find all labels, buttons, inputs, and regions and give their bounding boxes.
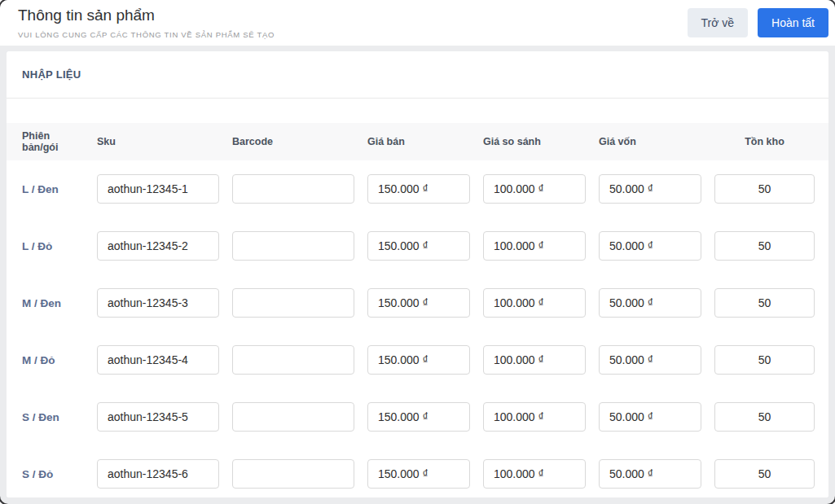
price-input[interactable] — [367, 174, 470, 204]
stock-input[interactable] — [714, 288, 815, 318]
variant-label: L / Đen — [22, 183, 84, 195]
page-subtitle: VUI LÒNG CUNG CẤP CÁC THÔNG TIN VỀ SẢN P… — [18, 30, 275, 39]
variant-label: L / Đỏ — [22, 240, 84, 252]
barcode-input[interactable] — [232, 459, 354, 489]
cost-price-input[interactable] — [599, 402, 701, 432]
stock-input[interactable] — [714, 231, 815, 261]
price-input[interactable] — [367, 288, 470, 318]
stock-input[interactable] — [714, 174, 815, 204]
sku-input[interactable] — [97, 459, 219, 489]
price-input[interactable] — [367, 459, 470, 489]
stock-input[interactable] — [714, 402, 815, 432]
price-input[interactable] — [367, 231, 470, 261]
table-row: L / Đỏ — [7, 217, 828, 274]
barcode-input[interactable] — [232, 402, 354, 432]
stock-input[interactable] — [714, 345, 815, 375]
page-title: Thông tin sản phẩm — [18, 7, 275, 25]
stock-input[interactable] — [714, 459, 815, 489]
card-section-title: NHẬP LIỆU — [7, 51, 828, 99]
table-row: S / Đen — [7, 388, 828, 445]
cost-price-input[interactable] — [599, 459, 701, 489]
sku-input[interactable] — [97, 288, 219, 318]
variant-label: S / Đỏ — [22, 468, 84, 480]
price-input[interactable] — [367, 402, 470, 432]
column-header-cost-price: Giá vốn — [599, 136, 701, 147]
column-header-variant: Phiên bản/gói — [22, 130, 84, 153]
table-row: S / Đỏ — [7, 445, 828, 497]
table-row: M / Đỏ — [7, 331, 828, 388]
sku-input[interactable] — [97, 345, 219, 375]
page-header: Thông tin sản phẩm VUI LÒNG CUNG CẤP CÁC… — [0, 0, 835, 46]
barcode-input[interactable] — [232, 345, 354, 375]
sku-input[interactable] — [97, 402, 219, 432]
barcode-input[interactable] — [232, 174, 354, 204]
finish-button[interactable]: Hoàn tất — [758, 8, 828, 37]
table-row: L / Đen — [7, 160, 828, 217]
cost-price-input[interactable] — [599, 288, 701, 318]
barcode-input[interactable] — [232, 231, 354, 261]
column-header-sku: Sku — [97, 136, 219, 147]
sku-input[interactable] — [97, 231, 219, 261]
back-button[interactable]: Trở về — [688, 8, 749, 37]
barcode-input[interactable] — [232, 288, 354, 318]
sku-input[interactable] — [97, 174, 219, 204]
price-input[interactable] — [367, 345, 470, 375]
cost-price-input[interactable] — [599, 345, 701, 375]
compare-price-input[interactable] — [483, 174, 586, 204]
variant-label: M / Đen — [22, 297, 84, 309]
column-header-price: Giá bán — [367, 136, 470, 147]
column-header-compare-price: Giá so sánh — [483, 136, 586, 147]
input-card: NHẬP LIỆU Phiên bản/gói Sku Barcode Giá … — [7, 51, 828, 497]
variant-label: S / Đen — [22, 411, 84, 423]
variants-table: Phiên bản/gói Sku Barcode Giá bán Giá so… — [7, 123, 828, 497]
compare-price-input[interactable] — [483, 345, 586, 375]
table-row: M / Đen — [7, 274, 828, 331]
product-info-window: Thông tin sản phẩm VUI LÒNG CUNG CẤP CÁC… — [0, 0, 835, 504]
compare-price-input[interactable] — [483, 459, 586, 489]
column-header-barcode: Barcode — [232, 136, 354, 147]
cost-price-input[interactable] — [599, 174, 701, 204]
column-header-stock: Tồn kho — [714, 136, 815, 147]
header-actions: Trở về Hoàn tất — [688, 8, 829, 37]
compare-price-input[interactable] — [483, 402, 586, 432]
variant-label: M / Đỏ — [22, 354, 84, 366]
compare-price-input[interactable] — [483, 231, 586, 261]
compare-price-input[interactable] — [483, 288, 586, 318]
table-header-row: Phiên bản/gói Sku Barcode Giá bán Giá so… — [7, 123, 828, 160]
page-header-titles: Thông tin sản phẩm VUI LÒNG CUNG CẤP CÁC… — [18, 7, 275, 39]
cost-price-input[interactable] — [599, 231, 701, 261]
